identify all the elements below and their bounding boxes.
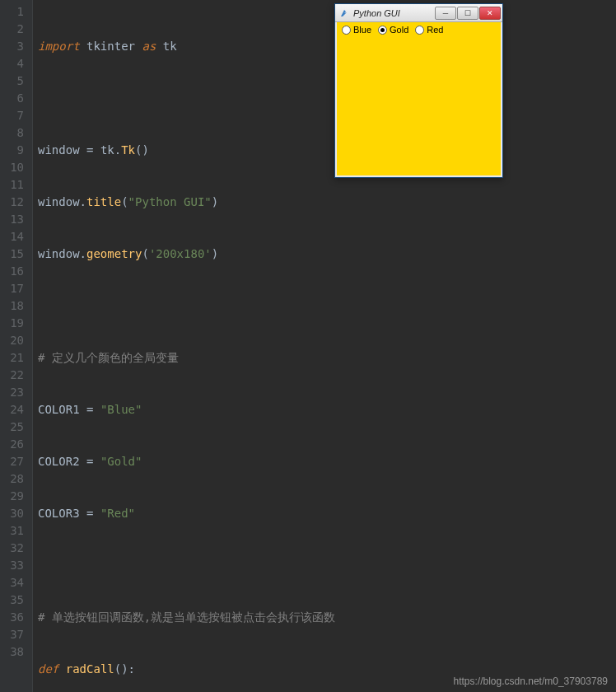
paren: (): — [114, 662, 135, 676]
window-body: BlueGoldRed — [335, 22, 502, 177]
line-number: 2 — [7, 21, 24, 38]
radio-label: Red — [427, 25, 443, 35]
line-number: 25 — [7, 418, 24, 436]
alias: tk — [163, 40, 177, 53]
op: = — [86, 143, 93, 157]
var: COLOR2 — [38, 455, 80, 468]
comment: # 定义几个颜色的全局变量 — [38, 351, 179, 364]
paren: () — [135, 143, 149, 157]
line-number: 27 — [7, 453, 24, 470]
line-number: 19 — [7, 315, 24, 332]
code-editor: 1234567891011121314151617181920212223242… — [0, 0, 616, 692]
string: "Blue" — [100, 403, 142, 416]
line-number: 34 — [7, 574, 24, 591]
line-number: 30 — [7, 505, 24, 522]
line-number: 22 — [7, 367, 24, 384]
line-number: 36 — [7, 609, 24, 626]
radio-label: Gold — [390, 25, 408, 35]
radio-circle-icon — [342, 26, 351, 35]
line-number: 13 — [7, 211, 24, 228]
dot: . — [114, 143, 121, 157]
op: = — [86, 455, 93, 468]
radio-red[interactable]: Red — [415, 25, 443, 35]
call: Tk — [121, 143, 135, 157]
paren: ( — [121, 195, 128, 208]
line-number: 7 — [7, 107, 24, 124]
watermark: https://blog.csdn.net/m0_37903789 — [454, 676, 608, 687]
obj: tk — [100, 143, 114, 157]
line-number: 29 — [7, 488, 24, 505]
comment: # 单选按钮回调函数,就是当单选按钮被点击会执行该函数 — [38, 610, 335, 624]
radio-circle-icon — [378, 26, 387, 35]
line-number: 1 — [7, 3, 24, 21]
line-number: 20 — [7, 332, 24, 349]
func-def: radCall — [66, 662, 114, 676]
radio-row: BlueGoldRed — [337, 22, 501, 37]
tkinter-window[interactable]: Python GUI ─ ☐ ✕ BlueGoldRed — [334, 3, 503, 178]
line-number-gutter: 1234567891011121314151617181920212223242… — [0, 0, 33, 692]
string: "Python GUI" — [128, 195, 212, 208]
line-number: 14 — [7, 228, 24, 245]
line-number: 6 — [7, 90, 24, 107]
line-number: 26 — [7, 436, 24, 453]
titlebar[interactable]: Python GUI ─ ☐ ✕ — [335, 4, 502, 22]
line-number: 9 — [7, 142, 24, 159]
line-number: 17 — [7, 280, 24, 297]
window-buttons: ─ ☐ ✕ — [434, 7, 501, 20]
paren: ) — [212, 247, 218, 260]
var: COLOR1 — [38, 403, 80, 416]
paren: ) — [212, 195, 218, 208]
line-number: 15 — [7, 245, 24, 263]
string: '200x180' — [149, 247, 212, 260]
line-number: 5 — [7, 72, 24, 90]
string: "Red" — [100, 507, 135, 520]
op: = — [86, 403, 93, 416]
line-number: 28 — [7, 470, 24, 488]
line-number: 37 — [7, 626, 24, 643]
call: geometry — [86, 247, 142, 260]
code-area[interactable]: import tkinter as tk window = tk.Tk() wi… — [33, 0, 616, 692]
paren: ( — [142, 247, 148, 260]
line-number: 24 — [7, 401, 24, 418]
call: title — [86, 195, 121, 208]
line-number: 32 — [7, 540, 24, 557]
tk-feather-icon — [338, 7, 350, 19]
line-number: 33 — [7, 557, 24, 574]
keyword: as — [142, 40, 156, 53]
module-name: tkinter — [86, 40, 135, 53]
line-number: 4 — [7, 55, 24, 72]
line-number: 12 — [7, 194, 24, 211]
line-number: 8 — [7, 124, 24, 142]
line-number: 23 — [7, 384, 24, 401]
line-number: 3 — [7, 38, 24, 55]
minimize-button[interactable]: ─ — [435, 7, 456, 20]
line-number: 21 — [7, 349, 24, 367]
dot: . — [80, 247, 86, 260]
line-number: 35 — [7, 591, 24, 609]
radio-gold[interactable]: Gold — [378, 25, 408, 35]
line-number: 18 — [7, 297, 24, 315]
obj: window — [38, 195, 80, 208]
window-title: Python GUI — [353, 8, 431, 18]
keyword: def — [38, 662, 58, 676]
close-button[interactable]: ✕ — [479, 7, 501, 20]
keyword: import — [38, 40, 80, 53]
var: window — [38, 143, 80, 157]
line-number: 11 — [7, 176, 24, 194]
line-number: 16 — [7, 263, 24, 280]
maximize-button[interactable]: ☐ — [457, 7, 478, 20]
string: "Gold" — [100, 455, 142, 468]
obj: window — [38, 247, 80, 260]
radio-label: Blue — [353, 25, 371, 35]
line-number: 38 — [7, 643, 24, 661]
radio-blue[interactable]: Blue — [342, 25, 371, 35]
op: = — [86, 507, 93, 520]
line-number: 10 — [7, 159, 24, 176]
radio-circle-icon — [415, 26, 424, 35]
dot: . — [80, 195, 86, 208]
line-number: 31 — [7, 522, 24, 540]
var: COLOR3 — [38, 507, 80, 520]
